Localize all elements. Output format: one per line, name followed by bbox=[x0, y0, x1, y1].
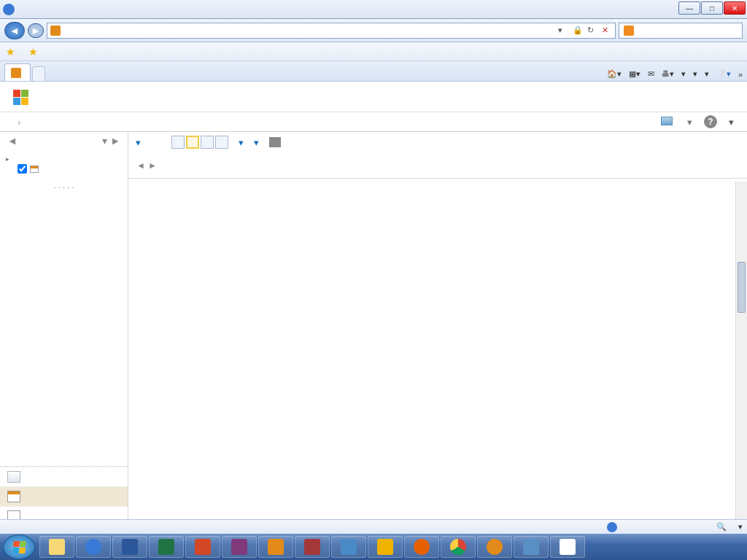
taskbar-explorer[interactable] bbox=[39, 536, 74, 558]
time-column bbox=[128, 179, 165, 545]
browser-tabrow: 🏠▾ ▦▾ ✉ 🖶▾ ▾ ▾ ▾ ❔▾ » bbox=[0, 61, 747, 82]
windows-taskbar bbox=[0, 534, 747, 560]
feeds-icon[interactable]: ▦▾ bbox=[629, 69, 640, 79]
taskbar-word[interactable] bbox=[112, 536, 147, 558]
window-titlebar: — □ ✕ bbox=[0, 0, 747, 19]
browser-tab[interactable] bbox=[4, 63, 31, 81]
sidebar: ◄ ▾ ► . . . . . bbox=[0, 132, 128, 545]
close-button[interactable]: ✕ bbox=[724, 1, 746, 15]
expand-icon[interactable]: » bbox=[738, 70, 743, 79]
calendar-icon bbox=[30, 166, 39, 173]
book-icon bbox=[661, 117, 673, 125]
view-day[interactable] bbox=[171, 136, 185, 149]
help-icon[interactable]: ? bbox=[704, 115, 717, 128]
add-favorite-icon[interactable]: ★ bbox=[28, 46, 38, 58]
back-button[interactable]: ◄ bbox=[4, 22, 25, 39]
taskbar-excel[interactable] bbox=[149, 536, 184, 558]
vertical-scrollbar[interactable] bbox=[735, 182, 747, 545]
help-dropdown[interactable]: ▾ bbox=[729, 117, 734, 128]
favorites-bar: ★ ★ bbox=[0, 42, 747, 61]
calendar-view: ▾ ▾ ▾ ◄ ► bbox=[128, 132, 747, 545]
page-content: › ▾ ?▾ ◄ ▾ ► bbox=[0, 82, 747, 545]
help-icon[interactable]: ❔▾ bbox=[716, 69, 731, 79]
browser-navbar: ◄ ► ▾ 🔒 ↻ ✕ bbox=[0, 19, 747, 42]
mail-icon bbox=[7, 471, 20, 483]
taskbar-sharepoint[interactable] bbox=[258, 536, 293, 558]
bing-icon bbox=[624, 26, 634, 36]
splitter-grip[interactable]: . . . . . bbox=[0, 178, 128, 192]
lock-icon: 🔒 bbox=[573, 26, 583, 36]
day-header-row: ◄ ► bbox=[128, 152, 747, 179]
calendar-checkbox[interactable] bbox=[18, 164, 27, 174]
taskbar-outlook[interactable] bbox=[368, 536, 403, 558]
refresh-icon[interactable]: ↻ bbox=[587, 26, 597, 36]
view-menu[interactable]: ▾ bbox=[254, 137, 259, 148]
nav-calendar[interactable] bbox=[0, 486, 128, 506]
scroll-thumb[interactable] bbox=[738, 262, 746, 313]
options-menu[interactable]: ▾ bbox=[687, 117, 692, 128]
print-icon[interactable]: 🖶▾ bbox=[662, 69, 674, 79]
status-bar: 🔍 ▾ bbox=[0, 519, 747, 534]
office365-logo bbox=[13, 90, 31, 105]
dp-month-dropdown[interactable]: ▾ bbox=[102, 135, 107, 147]
week-nav: ◄ ► bbox=[128, 152, 165, 178]
ie-command-bar: 🏠▾ ▦▾ ✉ 🖶▾ ▾ ▾ ▾ ❔▾ » bbox=[607, 69, 743, 81]
my-calendars-folder[interactable] bbox=[6, 154, 122, 164]
globe-icon bbox=[607, 522, 617, 532]
maximize-button[interactable]: □ bbox=[701, 1, 723, 15]
taskbar-onenote[interactable] bbox=[222, 536, 257, 558]
o365-header bbox=[0, 82, 747, 112]
home-icon[interactable]: 🏠▾ bbox=[607, 69, 622, 79]
taskbar-access[interactable] bbox=[295, 536, 330, 558]
tab-favicon bbox=[11, 68, 21, 78]
taskbar-app1[interactable] bbox=[514, 536, 549, 558]
tools-menu[interactable]: ▾ bbox=[705, 69, 709, 79]
breadcrumb-sep: › bbox=[18, 117, 20, 128]
find-someone[interactable] bbox=[661, 117, 676, 128]
start-button[interactable] bbox=[3, 534, 35, 559]
new-tab-button[interactable] bbox=[32, 66, 45, 81]
favorites-star-icon[interactable]: ★ bbox=[6, 46, 15, 58]
calendar-grid[interactable] bbox=[128, 179, 747, 545]
dropdown-icon[interactable]: ▾ bbox=[558, 26, 568, 36]
taskbar-chrome[interactable] bbox=[441, 536, 476, 558]
taskbar-app2[interactable] bbox=[550, 536, 585, 558]
taskbar-ie[interactable] bbox=[76, 536, 111, 558]
page-menu[interactable]: ▾ bbox=[681, 69, 686, 79]
safety-menu[interactable]: ▾ bbox=[693, 69, 697, 79]
zoom-dropdown[interactable]: ▾ bbox=[738, 522, 743, 532]
breadcrumb-row: › ▾ ?▾ bbox=[0, 112, 747, 132]
search-box[interactable] bbox=[619, 23, 743, 39]
prev-month[interactable]: ◄ bbox=[4, 135, 20, 147]
minimize-button[interactable]: — bbox=[678, 1, 700, 15]
view-buttons bbox=[171, 136, 228, 149]
print-button[interactable] bbox=[269, 137, 281, 147]
taskbar-firefox[interactable] bbox=[404, 536, 439, 558]
address-bar[interactable]: ▾ 🔒 ↻ ✕ bbox=[47, 23, 616, 39]
my-calendars bbox=[0, 149, 128, 178]
site-favicon bbox=[50, 26, 61, 36]
calendar-toolbar: ▾ ▾ ▾ bbox=[128, 132, 747, 152]
calendar-icon bbox=[7, 491, 20, 502]
zoom-icon[interactable]: 🔍 bbox=[716, 522, 727, 532]
forward-button[interactable]: ► bbox=[28, 23, 44, 38]
next-month[interactable]: ► bbox=[107, 135, 123, 147]
view-month[interactable] bbox=[215, 136, 228, 149]
taskbar-powerpoint[interactable] bbox=[185, 536, 220, 558]
ie-icon bbox=[3, 4, 15, 15]
taskbar-lync[interactable] bbox=[331, 536, 366, 558]
stop-icon[interactable]: ✕ bbox=[602, 26, 612, 36]
calendar-item[interactable] bbox=[6, 164, 122, 174]
view-workweek[interactable] bbox=[186, 136, 199, 149]
mail-icon[interactable]: ✉ bbox=[648, 69, 654, 79]
taskbar-mediaplayer[interactable] bbox=[477, 536, 512, 558]
next-week[interactable]: ► bbox=[148, 160, 157, 171]
nav-mail[interactable] bbox=[0, 467, 128, 486]
datepicker-header: ◄ ▾ ► bbox=[0, 132, 128, 149]
new-button[interactable]: ▾ bbox=[136, 137, 141, 148]
view-week[interactable] bbox=[201, 136, 214, 149]
prev-week[interactable]: ◄ bbox=[136, 160, 145, 171]
share-menu[interactable]: ▾ bbox=[239, 137, 244, 148]
